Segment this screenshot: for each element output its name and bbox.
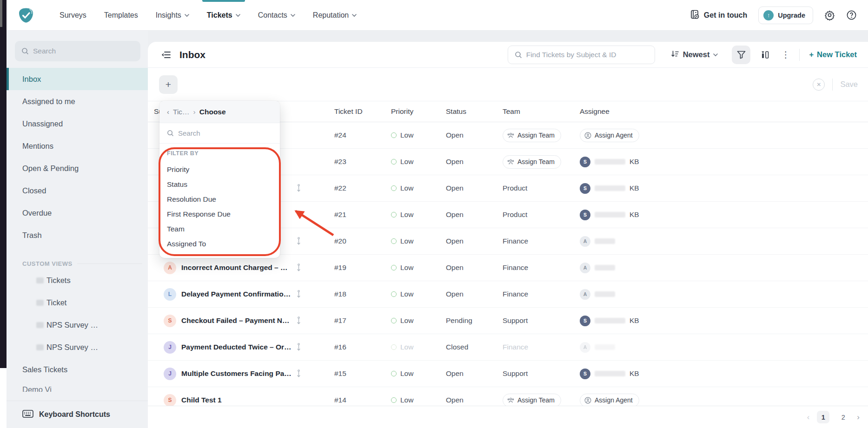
drag-handle-icon[interactable] <box>296 263 322 272</box>
new-ticket-button[interactable]: + New Ticket <box>809 50 857 59</box>
sidebar-item-mentions[interactable]: Mentions <box>7 135 148 157</box>
collapse-panel-icon[interactable] <box>162 50 172 59</box>
assignee-name-suffix: KB <box>629 158 639 166</box>
drag-handle-icon[interactable] <box>296 290 322 298</box>
popover-search[interactable] <box>159 123 280 144</box>
nav-item-templates[interactable]: Templates <box>104 0 138 30</box>
assignee-cell: Assign Agent <box>580 129 868 142</box>
priority-ring-icon <box>391 371 397 376</box>
breadcrumb-parent[interactable]: Tic… <box>173 108 190 116</box>
sidebar-item-assigned-to-me[interactable]: Assigned to me <box>7 90 148 112</box>
chevron-down-icon <box>713 53 718 57</box>
sidebar-item-closed[interactable]: Closed <box>7 179 148 202</box>
get-in-touch-button[interactable]: Get in touch <box>689 9 747 21</box>
drag-handle-icon[interactable] <box>296 343 322 351</box>
avatar: J <box>164 368 176 380</box>
app-window: SurveysTemplatesInsightsTicketsContactsR… <box>0 0 868 428</box>
subject-cell: SCheckout Failed – Payment Not Pr… <box>164 315 296 327</box>
assign-agent-button[interactable]: Assign Agent <box>580 129 639 142</box>
filter-option-priority[interactable]: Priority <box>167 162 272 177</box>
ticket-row[interactable]: JMultiple Customers Facing Payme…#15LowO… <box>148 361 868 387</box>
ticket-row[interactable]: LDelayed Payment Confirmation – O…#18Low… <box>148 281 868 308</box>
ticket-search[interactable] <box>508 46 655 64</box>
assignee-cell: A <box>580 289 868 300</box>
pagination-next-icon[interactable]: › <box>857 413 860 421</box>
priority-label: Low <box>400 184 413 192</box>
sort-icon <box>671 50 679 59</box>
custom-view-item[interactable]: Tickets <box>7 269 148 291</box>
nav-item-tickets[interactable]: Tickets <box>207 0 240 30</box>
sidebar-search[interactable] <box>15 41 140 61</box>
team-cell: Finance <box>503 343 580 351</box>
status-label: Closed <box>446 343 503 351</box>
ticket-row[interactable]: AIncorrect Amount Charged – Order…#19Low… <box>148 255 868 281</box>
upgrade-icon: ↑ <box>763 10 774 20</box>
drag-handle-icon[interactable] <box>296 369 322 378</box>
pagination-page-1[interactable]: 1 <box>817 411 829 423</box>
more-options-kebab-icon[interactable]: ⋮ <box>781 50 790 59</box>
drag-handle-icon[interactable] <box>296 184 322 192</box>
assign-team-button[interactable]: Assign Team <box>503 394 561 406</box>
team-cell: Product <box>503 184 580 192</box>
custom-view-item[interactable]: Demo Vi <box>7 384 148 392</box>
team-label: Finance <box>503 290 528 298</box>
ticket-search-input[interactable] <box>526 51 648 59</box>
filter-option-first-response-due[interactable]: First Response Due <box>167 207 272 222</box>
drag-handle-icon[interactable] <box>296 316 322 325</box>
sidebar-item-inbox[interactable]: Inbox <box>7 68 148 90</box>
filter-funnel-button[interactable] <box>732 46 750 64</box>
assignee-cell: SKB <box>580 316 868 326</box>
columns-icon[interactable] <box>761 50 770 59</box>
filter-option-resolution-due[interactable]: Resolution Due <box>167 192 272 207</box>
nav-item-insights[interactable]: Insights <box>156 0 189 30</box>
pagination-prev-icon[interactable]: ‹ <box>807 413 810 421</box>
topbar-right: Get in touch ↑ Upgrade <box>689 7 857 24</box>
ticket-row[interactable]: SCheckout Failed – Payment Not Pr…#17Low… <box>148 308 868 334</box>
sidebar-item-trash[interactable]: Trash <box>7 224 148 246</box>
subject-text: Child Test 1 <box>181 396 222 404</box>
breadcrumb-back-icon[interactable]: ‹ <box>167 108 169 116</box>
assign-team-button[interactable]: Assign Team <box>503 155 561 169</box>
assignee-avatar: S <box>580 316 590 326</box>
sidebar-item-unassigned[interactable]: Unassigned <box>7 112 148 135</box>
help-icon[interactable] <box>846 10 857 20</box>
ticket-id: #14 <box>322 396 391 404</box>
filter-option-assigned-to[interactable]: Assigned To <box>167 237 272 251</box>
keyboard-icon <box>22 410 33 420</box>
sort-dropdown[interactable]: Newest <box>671 50 718 59</box>
keyboard-shortcuts-button[interactable]: Keyboard Shortcuts <box>7 401 148 428</box>
clear-filters-icon[interactable]: ✕ <box>813 79 825 91</box>
nav-item-label: Contacts <box>258 11 287 20</box>
custom-view-item[interactable]: NPS Survey … <box>7 336 148 358</box>
ticket-row[interactable]: JPayment Deducted Twice – Order …#16LowC… <box>148 334 868 361</box>
status-label: Open <box>446 396 503 404</box>
assign-agent-label: Assign Agent <box>595 396 633 404</box>
drag-handle-icon[interactable] <box>296 237 322 245</box>
add-filter-button[interactable]: + <box>159 75 178 94</box>
sidebar-item-open-pending[interactable]: Open & Pending <box>7 157 148 179</box>
upgrade-button[interactable]: ↑ Upgrade <box>758 7 813 24</box>
nav-item-reputation[interactable]: Reputation <box>313 0 357 30</box>
custom-view-item[interactable]: Ticket <box>7 291 148 314</box>
assign-agent-button[interactable]: Assign Agent <box>580 394 639 406</box>
nav-item-contacts[interactable]: Contacts <box>258 0 295 30</box>
filter-option-status[interactable]: Status <box>167 177 272 192</box>
custom-view-item[interactable]: NPS Survey … <box>7 314 148 336</box>
avatar: A <box>164 262 176 274</box>
assign-team-button[interactable]: Assign Team <box>503 129 561 142</box>
team-label: Finance <box>503 263 528 272</box>
filter-option-team[interactable]: Team <box>167 222 272 237</box>
sidebar-search-input[interactable] <box>33 47 134 55</box>
settings-gear-icon[interactable] <box>824 10 835 20</box>
assignee-name-suffix: KB <box>629 369 639 378</box>
nav-item-surveys[interactable]: Surveys <box>60 0 86 30</box>
save-view-button[interactable]: Save <box>840 80 858 89</box>
ticket-row[interactable]: SChild Test 1#14LowOpenAssign TeamAssign… <box>148 387 868 406</box>
background-window-edge <box>0 0 7 368</box>
custom-view-item[interactable]: Sales Tickets <box>7 358 148 381</box>
popover-search-input[interactable] <box>178 129 272 137</box>
sidebar-item-overdue[interactable]: Overdue <box>7 202 148 224</box>
brand-logo-icon[interactable] <box>18 7 34 24</box>
people-icon <box>507 132 514 138</box>
pagination-page-2[interactable]: 2 <box>837 411 849 423</box>
